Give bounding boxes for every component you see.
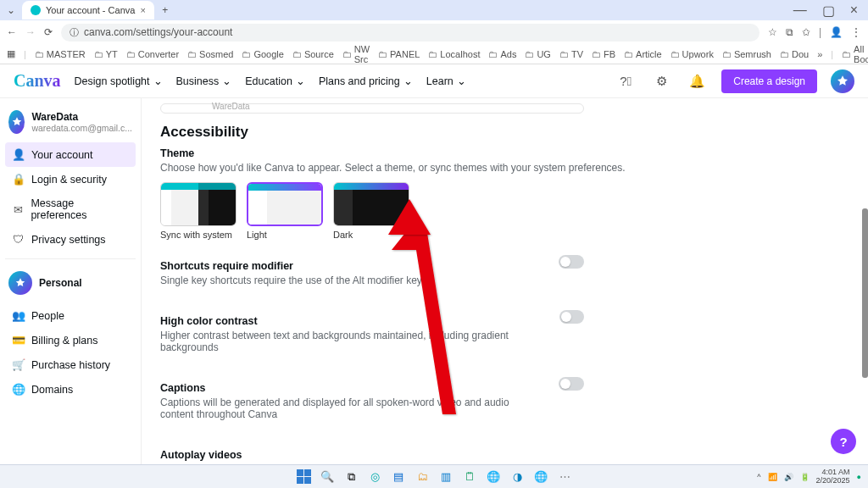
bookmark-folder[interactable]: 🗀NW Src	[342, 44, 370, 64]
sidebar-purchase-history[interactable]: 🛒Purchase history	[5, 352, 136, 377]
wifi-icon[interactable]: 📶	[768, 473, 777, 481]
close-tab-icon[interactable]: ×	[140, 5, 145, 15]
theme-option-light[interactable]: Light	[247, 182, 323, 240]
menu-icon[interactable]: ⋮	[851, 26, 861, 38]
close-window-icon[interactable]: ×	[850, 3, 858, 19]
bookmark-folder[interactable]: 🗀Converter	[126, 49, 179, 59]
toggle-shortcuts[interactable]	[559, 255, 584, 269]
sidebar-people[interactable]: 👥People	[5, 303, 136, 328]
site-info-icon[interactable]: ⓘ	[70, 26, 79, 39]
browser-tabbar: ⌄ Your account - Canva × + — ▢ ×	[0, 0, 868, 20]
reload-icon[interactable]: ⟳	[44, 26, 53, 38]
profile-icon[interactable]: 👤	[830, 26, 843, 38]
bookmark-folder[interactable]: 🗀Article	[624, 49, 662, 59]
theme-label: Theme	[160, 147, 849, 159]
bookmarks-overflow-icon[interactable]: »	[817, 49, 822, 59]
chevron-down-icon: ⌄	[222, 75, 231, 87]
toggle-contrast[interactable]	[559, 310, 584, 324]
nav-business[interactable]: Business ⌄	[176, 75, 232, 87]
avatar[interactable]	[831, 69, 854, 93]
app-icon[interactable]: 🗒	[460, 468, 479, 486]
sidebar-account[interactable]: WareData waredata.com@gmail.c...	[5, 105, 136, 142]
toggle-captions[interactable]	[559, 377, 584, 391]
create-design-button[interactable]: Create a design	[721, 69, 817, 93]
address-bar: ← → ⟳ ⓘ canva.com/settings/your-account …	[0, 20, 868, 44]
theme-option-sync[interactable]: Sync with system	[160, 182, 236, 240]
gear-icon[interactable]: ⚙	[650, 70, 672, 92]
bookmark-folder[interactable]: 🗀TV	[559, 49, 583, 59]
sidebar-team[interactable]: Personal	[5, 266, 136, 303]
help-fab[interactable]: ?	[831, 429, 856, 454]
app-header: Canva Design spotlight ⌄ Business ⌄ Educ…	[0, 64, 868, 98]
bell-icon[interactable]: 🔔	[686, 70, 708, 92]
theme-option-dark[interactable]: Dark	[333, 182, 409, 240]
apps-icon[interactable]: ▦	[7, 48, 15, 59]
mail-icon: ✉	[12, 203, 24, 216]
nav-plans[interactable]: Plans and pricing ⌄	[319, 75, 413, 87]
nav-design-spotlight[interactable]: Design spotlight ⌄	[75, 75, 163, 87]
notifications-icon[interactable]: ●	[857, 473, 861, 481]
nav-education[interactable]: Education ⌄	[245, 75, 305, 87]
chevron-down-icon[interactable]: ⌄	[3, 3, 19, 18]
app-icon[interactable]: ◎	[365, 468, 384, 486]
search-icon[interactable]: 🔍	[318, 468, 337, 486]
new-tab-button[interactable]: +	[158, 3, 173, 18]
minimize-icon[interactable]: —	[793, 3, 807, 19]
nav-learn[interactable]: Learn ⌄	[426, 75, 466, 87]
edge-icon[interactable]: ◑	[508, 468, 526, 486]
bookmark-folder[interactable]: 🗀FB	[592, 49, 615, 59]
volume-icon[interactable]: 🔊	[784, 473, 793, 481]
taskview-icon[interactable]: ⧉	[342, 468, 360, 486]
canva-logo[interactable]: Canva	[14, 71, 61, 91]
app-icon[interactable]: ⋯	[555, 468, 574, 486]
bookmark-folder[interactable]: 🗀Dou	[780, 49, 809, 59]
name-input-preview[interactable]: WareData	[160, 103, 584, 114]
bookmark-folder[interactable]: 🗀Upwork	[670, 49, 714, 59]
bookmark-folder[interactable]: 🗀Ads	[488, 49, 516, 59]
bookmark-folder[interactable]: 🗀YT	[94, 49, 118, 59]
url-text: canva.com/settings/your-account	[84, 26, 232, 38]
sidebar-domains[interactable]: 🌐Domains	[5, 377, 136, 402]
bookmark-folder[interactable]: 🗀UG	[525, 49, 551, 59]
maximize-icon[interactable]: ▢	[822, 3, 835, 19]
app-icon[interactable]: ▤	[389, 468, 408, 486]
bookmark-folder[interactable]: 🗀Source	[292, 49, 334, 59]
bookmark-folder[interactable]: 🗀Localhost	[428, 49, 480, 59]
chrome-icon[interactable]: 🌐	[531, 468, 550, 486]
all-bookmarks[interactable]: 🗀All Bookmarks	[842, 44, 868, 64]
sidebar-billing[interactable]: 💳Billing & plans	[5, 328, 136, 352]
bookmark-folder[interactable]: 🗀Semrush	[722, 49, 771, 59]
bookmark-star-icon[interactable]: ✩	[802, 26, 810, 38]
url-field[interactable]: ⓘ canva.com/settings/your-account	[61, 24, 760, 42]
tray-chevron-icon[interactable]: ^	[757, 473, 760, 481]
people-icon: 👥	[12, 309, 25, 322]
sidebar-privacy[interactable]: 🛡Privacy settings	[5, 227, 136, 252]
shield-icon: 🛡	[12, 233, 25, 246]
browser-tab[interactable]: Your account - Canva ×	[22, 1, 154, 19]
extension-icon[interactable]: ⧉	[786, 26, 793, 38]
back-icon[interactable]: ←	[7, 26, 17, 38]
chevron-down-icon: ⌄	[153, 75, 163, 87]
bookmark-folder[interactable]: 🗀Sosmed	[187, 49, 233, 59]
card-icon: 💳	[12, 334, 25, 347]
star-icon[interactable]: ☆	[768, 26, 777, 38]
app-icon[interactable]: ▥	[437, 468, 455, 486]
bookmark-folder[interactable]: 🗀PANEL	[378, 49, 420, 59]
bookmark-folder[interactable]: 🗀MASTER	[35, 49, 86, 59]
start-button[interactable]	[294, 468, 313, 486]
sidebar-login-security[interactable]: 🔒Login & security	[5, 167, 136, 191]
avatar	[8, 110, 25, 134]
sidebar-message-prefs[interactable]: ✉Message preferences	[5, 191, 136, 227]
windows-taskbar: 🔍 ⧉ ◎ ▤ 🗂 ▥ 🗒 🌐 ◑ 🌐 ⋯ ^ 📶 🔊 🔋 4:01 AM 2/…	[0, 464, 868, 488]
cart-icon: 🛒	[12, 358, 25, 371]
sidebar-your-account[interactable]: 👤Your account	[5, 142, 136, 167]
bookmark-folder[interactable]: 🗀Google	[242, 49, 283, 59]
clock-date: 2/20/2025	[816, 477, 850, 485]
chevron-down-icon: ⌄	[403, 75, 413, 87]
explorer-icon[interactable]: 🗂	[413, 468, 431, 486]
battery-icon[interactable]: 🔋	[800, 473, 810, 481]
setting-captions: Captions Captions will be generated and …	[160, 375, 584, 429]
chrome-icon[interactable]: 🌐	[484, 468, 503, 486]
scrollbar[interactable]	[862, 208, 868, 488]
help-icon[interactable]: ?⃝	[615, 70, 637, 92]
